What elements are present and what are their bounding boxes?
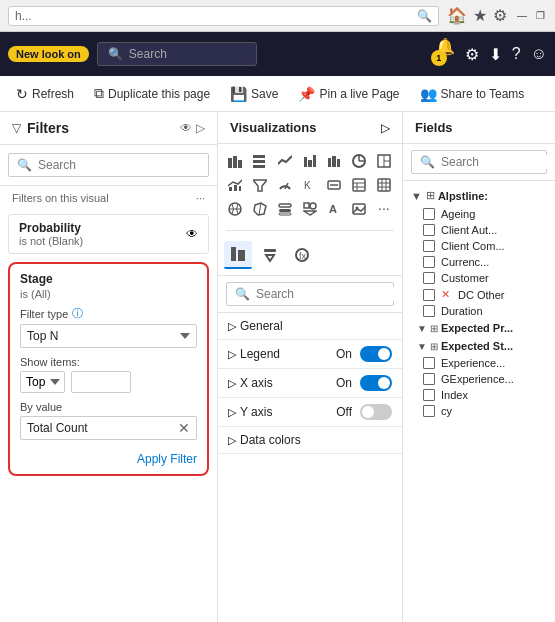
probability-filter-header[interactable]: Probability is not (Blank) 👁 (9, 215, 208, 253)
viz-icon-bar[interactable] (224, 150, 246, 172)
share-teams-button[interactable]: 👥 Share to Teams (412, 82, 533, 106)
by-value-field: Total Count ✕ (20, 416, 197, 440)
viz-icon-gauge[interactable] (274, 174, 296, 196)
field-item-ageing[interactable]: Ageing (403, 206, 555, 222)
viz-section-legend[interactable]: ▷ Legend On (218, 340, 402, 369)
field-item-experience[interactable]: Experience... (403, 355, 555, 371)
settings-icon[interactable]: ⚙ (493, 6, 507, 25)
field-checkbox-client-aut[interactable] (423, 224, 435, 236)
viz-icon-area[interactable] (299, 150, 321, 172)
field-checkbox-ageing[interactable] (423, 208, 435, 220)
viz-icon-image[interactable] (348, 198, 370, 220)
address-bar[interactable]: h... 🔍 (8, 6, 439, 26)
field-checkbox-currenc[interactable] (423, 256, 435, 268)
viz-icon-slicer[interactable] (274, 198, 296, 220)
probability-eye-icon[interactable]: 👁 (186, 227, 198, 241)
fields-search-box[interactable]: 🔍 (411, 150, 547, 174)
field-checkbox-experience[interactable] (423, 357, 435, 369)
nav-download-icon[interactable]: ⬇ (489, 45, 502, 64)
filter-type-select[interactable]: Top N (20, 324, 197, 348)
field-group-header[interactable]: ▼ ⊞ Alpstline: (403, 185, 555, 206)
home-icon[interactable]: 🏠 (447, 6, 467, 25)
minimize-button[interactable]: — (515, 9, 529, 23)
viz-icon-combo[interactable] (224, 174, 246, 196)
viz-icon-funnel[interactable] (249, 174, 271, 196)
address-text: h... (15, 9, 32, 23)
nav-smile-icon[interactable]: ☺ (531, 45, 547, 63)
viz-icon-text[interactable]: A (323, 198, 345, 220)
viz-icon-matrix[interactable] (373, 174, 395, 196)
field-item-currenc[interactable]: Currenc... (403, 254, 555, 270)
filters-eye-icon[interactable]: 👁 (180, 121, 192, 135)
field-item-customer[interactable]: Customer (403, 270, 555, 286)
viz-search-box[interactable]: 🔍 (226, 282, 394, 306)
viz-icon-treemap[interactable] (373, 150, 395, 172)
star-icon[interactable]: ★ (473, 6, 487, 25)
svg-rect-40 (279, 213, 291, 215)
field-checkbox-duration[interactable] (423, 305, 435, 317)
svg-rect-0 (228, 158, 232, 168)
yaxis-toggle[interactable] (360, 404, 392, 420)
viz-icon-kpi[interactable]: K (299, 174, 321, 196)
viz-icon-more[interactable]: ··· (373, 198, 395, 220)
filters-more-icon[interactable]: ··· (196, 192, 205, 204)
nav-search-box[interactable]: 🔍 Search (97, 42, 257, 66)
viz-icon-table[interactable] (348, 174, 370, 196)
xaxis-toggle[interactable] (360, 375, 392, 391)
field-checkbox-client-com[interactable] (423, 240, 435, 252)
filter-search-box[interactable]: 🔍 (8, 153, 209, 177)
nav-help-icon[interactable]: ? (512, 45, 521, 63)
fields-search-input[interactable] (441, 155, 555, 169)
viz-search-input[interactable] (256, 287, 403, 301)
by-value-clear-button[interactable]: ✕ (178, 420, 190, 436)
filters-expand-icon[interactable]: ▷ (196, 121, 205, 135)
viz-icon-column[interactable] (249, 150, 271, 172)
viz-tool-build[interactable] (224, 241, 252, 269)
viz-tool-analytics[interactable]: fx (288, 241, 316, 269)
field-checkbox-index[interactable] (423, 389, 435, 401)
field-checkbox-gexperience[interactable] (423, 373, 435, 385)
field-item-gexperience[interactable]: GExperience... (403, 371, 555, 387)
field-checkbox-cy[interactable] (423, 405, 435, 417)
viz-section-general[interactable]: ▷ General (218, 313, 402, 340)
viz-icon-filled-map[interactable] (249, 198, 271, 220)
maximize-button[interactable]: ❐ (533, 9, 547, 23)
svg-rect-20 (239, 186, 241, 191)
viz-icon-map[interactable] (224, 198, 246, 220)
viz-expand-icon[interactable]: ▷ (381, 121, 390, 135)
notification-icon[interactable]: 🔔 1 (435, 37, 455, 72)
show-items-direction-select[interactable]: Top (20, 371, 65, 393)
field-item-duration[interactable]: Duration (403, 303, 555, 319)
legend-toggle[interactable] (360, 346, 392, 362)
field-item-client-aut[interactable]: Client Aut... (403, 222, 555, 238)
field-item-client-com[interactable]: Client Com... (403, 238, 555, 254)
duplicate-page-button[interactable]: ⧉ Duplicate this page (86, 81, 218, 106)
new-look-toggle[interactable]: New look on (8, 46, 89, 62)
viz-icon-shape[interactable] (299, 198, 321, 220)
viz-icon-pie[interactable] (348, 150, 370, 172)
viz-tool-format[interactable] (256, 241, 284, 269)
pin-page-button[interactable]: 📌 Pin a live Page (290, 82, 407, 106)
viz-section-data-colors[interactable]: ▷ Data colors (218, 427, 402, 454)
field-subgroup-expected-st[interactable]: ▼ ⊞ Expected St... (403, 337, 555, 355)
apply-filter-button[interactable]: Apply Filter (137, 452, 197, 466)
field-item-cy[interactable]: cy (403, 403, 555, 419)
viz-section-yaxis[interactable]: ▷ Y axis Off (218, 398, 402, 427)
field-item-index[interactable]: Index (403, 387, 555, 403)
yaxis-chevron-icon: ▷ (228, 406, 236, 419)
field-checkbox-customer[interactable] (423, 272, 435, 284)
refresh-button[interactable]: ↻ Refresh (8, 82, 82, 106)
viz-icon-line[interactable] (274, 150, 296, 172)
field-item-dc-other[interactable]: ✕ DC Other (403, 286, 555, 303)
show-items-count-input[interactable] (71, 371, 131, 393)
field-checkbox-dc-other[interactable] (423, 289, 435, 301)
viz-icon-card[interactable] (323, 174, 345, 196)
nav-settings-icon[interactable]: ⚙ (465, 45, 479, 64)
filter-search-input[interactable] (38, 158, 200, 172)
save-button[interactable]: 💾 Save (222, 82, 286, 106)
general-chevron-icon: ▷ (228, 320, 236, 333)
viz-section-xaxis[interactable]: ▷ X axis On (218, 369, 402, 398)
field-subgroup-expected-pr[interactable]: ▼ ⊞ Expected Pr... (403, 319, 555, 337)
viz-icon-scatter[interactable] (323, 150, 345, 172)
svg-rect-19 (234, 185, 237, 191)
